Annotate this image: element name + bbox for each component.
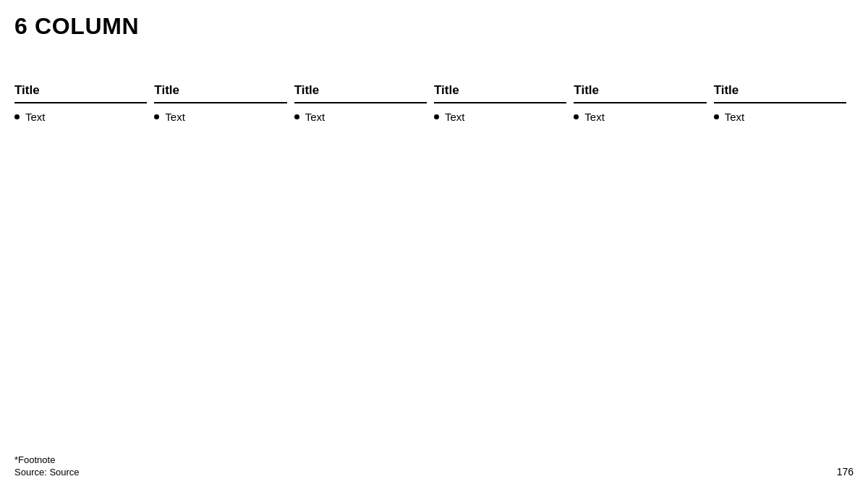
bullet-icon xyxy=(434,114,439,119)
list-item-text: Text xyxy=(305,111,326,123)
list-item: Text xyxy=(574,111,706,123)
list-item: Text xyxy=(714,111,846,123)
bullet-icon xyxy=(714,114,719,119)
column-6: Title Text xyxy=(714,83,854,123)
column-1-list: Text xyxy=(14,111,147,123)
column-5: Title Text xyxy=(574,83,713,123)
list-item: Text xyxy=(434,111,566,123)
column-5-list: Text xyxy=(574,111,706,123)
bullet-icon xyxy=(14,114,20,119)
list-item: Text xyxy=(14,111,147,123)
page-number: 176 xyxy=(837,466,854,478)
column-3-list: Text xyxy=(294,111,427,123)
list-item-text: Text xyxy=(725,111,745,123)
bullet-icon xyxy=(154,114,159,119)
column-2-list: Text xyxy=(154,111,286,123)
footnote-text: *Footnote xyxy=(14,454,80,465)
source-text: Source: Source xyxy=(14,467,80,478)
column-1: Title Text xyxy=(14,83,154,123)
columns-grid: Title Text Title Text Title xyxy=(14,83,854,123)
column-4-list: Text xyxy=(434,111,566,123)
column-3-title: Title xyxy=(294,83,427,103)
list-item: Text xyxy=(294,111,427,123)
list-item-text: Text xyxy=(165,111,185,123)
column-4-title: Title xyxy=(434,83,566,103)
footer-left: *Footnote Source: Source xyxy=(14,454,80,478)
column-1-title: Title xyxy=(14,83,147,103)
column-2: Title Text xyxy=(154,83,294,123)
column-2-title: Title xyxy=(154,83,286,103)
page-heading: 6 COLUMN xyxy=(14,13,854,40)
list-item-text: Text xyxy=(584,111,605,123)
list-item: Text xyxy=(154,111,286,123)
column-4: Title Text xyxy=(434,83,574,123)
page-container: 6 COLUMN Title Text Title Text xyxy=(0,0,868,492)
list-item-text: Text xyxy=(445,111,465,123)
bullet-icon xyxy=(574,114,579,119)
column-3: Title Text xyxy=(294,83,434,123)
footer: *Footnote Source: Source 176 xyxy=(14,454,854,478)
column-6-title: Title xyxy=(714,83,846,103)
list-item-text: Text xyxy=(25,111,46,123)
column-5-title: Title xyxy=(574,83,706,103)
bullet-icon xyxy=(294,114,299,119)
column-6-list: Text xyxy=(714,111,846,123)
